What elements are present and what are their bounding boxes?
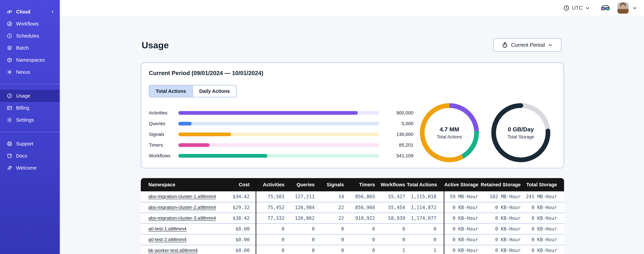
stopwatch-icon: [502, 42, 508, 48]
usage-icon: [7, 93, 12, 99]
cell-active-storage: 0 KB-Hour: [444, 224, 480, 234]
cell-timers: 0: [346, 224, 377, 234]
cell-total-storage: 0 KB-Hour: [524, 202, 564, 213]
sidebar-nav-footer: SupportDocsWelcome: [0, 138, 60, 174]
tab-daily-actions[interactable]: Daily Actions: [192, 86, 236, 97]
sidebar-brand[interactable]: Cloud: [0, 6, 60, 18]
cell-timers: 856,960: [346, 202, 377, 213]
table-row: abs-migration-cluster-2.a98mm4$29.3275,4…: [141, 202, 564, 213]
bar-track: [178, 154, 379, 158]
namespace-link[interactable]: a0-test-2.a98mm4: [148, 237, 186, 242]
bar-row-activities: Activities900,000: [149, 108, 413, 118]
cell-active-storage: 0 KB-Hour: [444, 213, 480, 224]
cell-activities: 0: [256, 224, 286, 234]
bar-row-workflows: Workflows541,109: [149, 150, 413, 161]
sidebar: Cloud WorkflowsSchedulesBatchNamespacesN…: [0, 0, 60, 254]
support-icon: [7, 141, 12, 146]
cell-active-storage: 0 KB-Hour: [444, 234, 480, 245]
page-title: Usage: [142, 40, 169, 50]
cell-activities: 0: [256, 234, 286, 245]
namespace-link[interactable]: abs-migration-cluster-2.a98mm4: [148, 205, 216, 210]
sidebar-item-usage[interactable]: Usage: [0, 90, 60, 102]
period-selector-button[interactable]: Current Period: [493, 38, 561, 52]
table-header-row: NamespaceCostActivitiesQueriesSignalsTim…: [141, 178, 564, 191]
cell-activities: 77,332: [256, 213, 286, 224]
bar-value: 5,000: [379, 121, 413, 126]
nexus-icon: [7, 69, 12, 75]
tab-total-actions[interactable]: Total Actions: [149, 86, 192, 97]
sidebar-item-namespaces[interactable]: Namespaces: [0, 54, 60, 66]
welcome-icon: [7, 165, 12, 171]
cell-workflows: 0: [377, 224, 407, 234]
namespace-link[interactable]: a0-test-1.a98mm4: [148, 226, 186, 232]
cell-total-actions: 0: [407, 234, 444, 245]
card-title: Current Period (09/01/2024 — 10/01/2024): [149, 70, 263, 76]
column-header-workflows: Workflows: [377, 178, 407, 191]
namespace-link[interactable]: bk-worker-test.a98mm4: [148, 248, 198, 253]
cell-timers: 910,922: [346, 213, 377, 224]
cell-retained-storage: 0 KB-Hour: [480, 213, 524, 224]
cell-queries: 0: [286, 224, 316, 234]
column-header-queries: Queries: [286, 178, 316, 191]
user-menu-chevron[interactable]: [632, 6, 637, 10]
sidebar-item-label: Welcome: [16, 165, 36, 171]
namespace-link[interactable]: abs-migration-cluster-1.a98mm4: [148, 194, 216, 199]
namespaces-icon: [7, 57, 12, 63]
cell-retained-storage: 0 KB-Hour: [480, 224, 524, 234]
sidebar-item-support[interactable]: Support: [0, 138, 60, 150]
bar-value: 130,000: [379, 132, 413, 137]
bar-value: 900,000: [379, 110, 413, 116]
cell-cost: $38.42: [228, 213, 256, 224]
cell-total-storage: 241 MB-Hour: [524, 191, 564, 202]
namespace-usage-table: NamespaceCostActivitiesQueriesSignalsTim…: [141, 178, 564, 254]
bar-track: [178, 111, 379, 115]
timezone-label: UTC: [572, 5, 583, 11]
sidebar-divider: [0, 132, 60, 132]
cell-total-actions: 1,114,872: [407, 202, 444, 213]
labs-glasses-button[interactable]: [601, 4, 610, 12]
settings-icon: [7, 117, 12, 123]
cell-total-storage: 0 KB-Hour: [524, 224, 564, 234]
namespace-cell: a0-test-2.a98mm4: [141, 234, 228, 245]
namespace-link[interactable]: abs-migration-cluster-3.a98mm4: [148, 216, 216, 221]
cell-timers: 0: [346, 234, 377, 245]
sidebar-item-settings[interactable]: Settings: [0, 114, 60, 126]
cell-queries: 127,211: [286, 191, 316, 202]
sidebar-item-batch[interactable]: Batch: [0, 42, 60, 54]
glasses-icon: [601, 4, 610, 12]
donut-value: 4.7 MM: [440, 126, 459, 133]
sidebar-item-workflows[interactable]: Workflows: [0, 18, 60, 30]
sidebar-item-docs[interactable]: Docs: [0, 150, 60, 162]
sidebar-item-nexus[interactable]: Nexus: [0, 66, 60, 78]
cell-retained-storage: 0 KB-Hour: [480, 234, 524, 245]
chevron-down-icon: [548, 42, 553, 48]
timezone-selector[interactable]: UTC: [563, 5, 590, 11]
cloud-logo-icon: [7, 9, 12, 14]
column-header-retained-storage: Retained Storage: [480, 178, 524, 191]
cell-cost: $34.42: [228, 191, 256, 202]
cell-timers: 856,865: [346, 191, 377, 202]
chevron-left-icon: [50, 10, 55, 14]
cell-signals: 22: [316, 202, 346, 213]
cell-activities: 0: [256, 245, 286, 254]
sidebar-item-billing[interactable]: Billing: [0, 102, 60, 114]
sidebar-collapse-button[interactable]: [50, 9, 56, 15]
cell-workflows: 55,454: [377, 202, 407, 213]
donut-center-text: 4.7 MMTotal Actions: [420, 103, 479, 162]
cell-activities: 75,501: [256, 191, 286, 202]
sidebar-item-label: Support: [16, 141, 33, 146]
sidebar-item-welcome[interactable]: Welcome: [0, 162, 60, 174]
column-header-total-actions: Total Actions: [407, 178, 444, 191]
cell-activities: 75,452: [256, 202, 286, 213]
bar-row-queries: Queries5,000: [149, 118, 413, 129]
cell-queries: 126,984: [286, 202, 316, 213]
sidebar-item-label: Usage: [16, 93, 30, 99]
sidebar-item-schedules[interactable]: Schedules: [0, 30, 60, 42]
bar-track: [178, 143, 379, 147]
sidebar-item-label: Workflows: [16, 21, 39, 27]
user-avatar[interactable]: [618, 2, 628, 14]
namespace-cell: bk-worker-test.a98mm4: [141, 245, 228, 254]
cell-workflows: 0: [377, 234, 407, 245]
table-row: abs-migration-cluster-3.a98mm4$38.4277,3…: [141, 213, 564, 224]
donut-value: 0 GB/Day: [508, 126, 534, 133]
